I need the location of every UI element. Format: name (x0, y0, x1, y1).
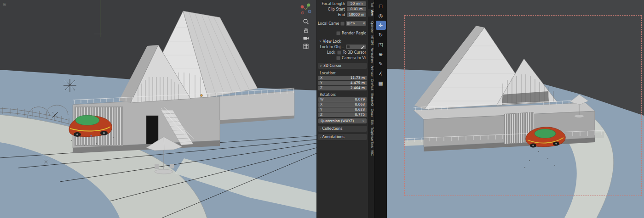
3d-cursor-panel-header[interactable]: ∨ 3D Cursor (318, 63, 367, 69)
viewport-left[interactable]: ⊞ (0, 0, 316, 218)
tab-tool[interactable]: Tool (368, 1, 374, 8)
render-region-label: Render Region (342, 31, 366, 35)
chevron-down-icon: ∨ (362, 119, 364, 123)
tab-edit[interactable]: Edit (368, 119, 374, 125)
zoom-icon[interactable] (303, 18, 309, 25)
viewport-left-scene[interactable] (0, 0, 316, 218)
editor-type-icon[interactable]: ⊞ (3, 2, 6, 6)
camera-data-icon (347, 22, 350, 25)
clip-end-field[interactable]: 10000 m (347, 12, 366, 17)
rotation-mode-dropdown[interactable]: Quaternion (WXYZ) ∨ (318, 118, 367, 123)
location-label: Location: (317, 71, 368, 76)
annotate-tool[interactable]: ✎ (376, 59, 386, 68)
local-camera-value: Ca.. (351, 22, 357, 25)
view-lock-header[interactable]: ∨ View Lock (317, 39, 368, 44)
caret-down-icon: ∨ (320, 64, 322, 68)
ortho-grid-icon[interactable] (303, 43, 309, 50)
cursor-rotation-w[interactable]: W 0.079 (318, 97, 367, 102)
caret-right-icon: › (320, 127, 321, 131)
lock-to-object-row: Lock to Obj... (317, 44, 368, 50)
clip-start-label: Clip Start (318, 7, 347, 11)
lock-to-object-field[interactable] (346, 45, 366, 49)
cursor-location-x[interactable]: X 11.73 m (318, 76, 367, 80)
scale-tool[interactable]: ◳ (376, 40, 386, 49)
camera-to-view-checkbox[interactable] (336, 56, 340, 60)
blender-window: ⊞ (0, 0, 644, 218)
cursor-rotation-y[interactable]: Y 0.623 (318, 107, 367, 112)
select-box-tool[interactable]: ◻ (376, 1, 386, 11)
tab-kit-ops[interactable]: KIT OPS (368, 34, 374, 46)
cursor-rotation-x[interactable]: X 0.063 (318, 102, 367, 107)
cursor-rotation-z[interactable]: Z 0.775 (318, 112, 367, 117)
annotations-panel-header[interactable]: › Annotations (318, 134, 367, 140)
rotate-tool[interactable]: ↻ (376, 30, 386, 39)
focal-length-field[interactable]: 50 mm (347, 1, 366, 6)
sidebar-tab-strip: Tool View Optimize KIT OPS Atmosphere An… (368, 0, 374, 218)
to-3d-cursor-checkbox[interactable] (337, 50, 341, 55)
local-camera-label: Local Came (318, 22, 340, 26)
tab-animate[interactable]: Animate (368, 65, 374, 77)
camera-view-icon[interactable] (303, 35, 309, 41)
cursor-location-z[interactable]: Z 2.464 m (318, 86, 367, 90)
focal-length-label: Focal Length (318, 2, 347, 6)
orbit-gizmo[interactable] (299, 3, 313, 17)
pan-hand-icon[interactable] (303, 27, 309, 33)
eyedropper-icon[interactable] (361, 45, 365, 49)
tab-atmosphere[interactable]: Atmosphere (368, 47, 374, 64)
render-region-checkbox[interactable] (336, 31, 340, 35)
add-cube-tool[interactable]: ▦ (376, 78, 386, 88)
focal-length-row: Focal Length 50 mm (317, 1, 368, 6)
local-camera-field[interactable]: Ca.. × (346, 21, 366, 26)
camera-to-view-row: Camera to Vie... (317, 55, 368, 61)
cursor-location-y[interactable]: Y 4.475 m (318, 81, 367, 85)
clip-start-row: Clip Start 0.01 m (317, 6, 368, 12)
collections-panel-header[interactable]: › Collections (318, 126, 367, 132)
clip-end-row: End 10000 m (317, 12, 368, 17)
local-camera-row: Local Came Ca.. × (317, 21, 368, 26)
cursor-tool[interactable]: ◎ (376, 11, 386, 20)
tool-column: ◻ ◎ ✛ ↻ ◳ ⊕ ✎ ∡ ▦ (374, 0, 387, 218)
tab-rbc[interactable]: RBC (368, 149, 374, 157)
tab-tooptimize-tools[interactable]: ToOptimize Tools (368, 126, 374, 148)
caret-right-icon: › (320, 135, 321, 139)
viewport-right-scene[interactable] (387, 0, 644, 218)
clip-start-field[interactable]: 0.01 m (347, 7, 366, 11)
tab-blenderkit[interactable]: BlenderKit (368, 92, 374, 107)
local-camera-checkbox[interactable] (340, 22, 345, 26)
tab-create[interactable]: Create (368, 108, 374, 118)
object-origin-dot (201, 95, 203, 97)
lock-3d-cursor-row: Lock To 3D Cursor (317, 50, 368, 55)
measure-tool[interactable]: ∡ (376, 69, 386, 78)
camera-to-view-label: Camera to Vie... (342, 56, 366, 60)
viewport-nav-gizmos (299, 3, 313, 50)
clear-camera-button[interactable]: × (362, 21, 365, 26)
to-3d-cursor-label: To 3D Cursor (343, 50, 366, 55)
tab-cinepack[interactable]: CinePack (368, 78, 374, 91)
tab-view[interactable]: View (368, 9, 374, 17)
n-panel: Focal Length 50 mm Clip Start 0.01 m End… (316, 0, 368, 218)
lock-label: Lock (318, 50, 337, 55)
move-tool[interactable]: ✛ (376, 21, 386, 30)
object-chip-icon (347, 45, 350, 48)
caret-down-icon: ∨ (319, 39, 322, 43)
transform-tool[interactable]: ⊕ (376, 50, 386, 59)
render-region-row: Render Region (317, 30, 368, 36)
clip-end-label: End (318, 13, 347, 17)
rotation-label: Rotation: (317, 92, 368, 97)
tab-optimize[interactable]: Optimize (368, 20, 374, 33)
viewport-right[interactable] (387, 0, 644, 218)
lock-to-object-label: Lock to Obj... (318, 45, 346, 49)
